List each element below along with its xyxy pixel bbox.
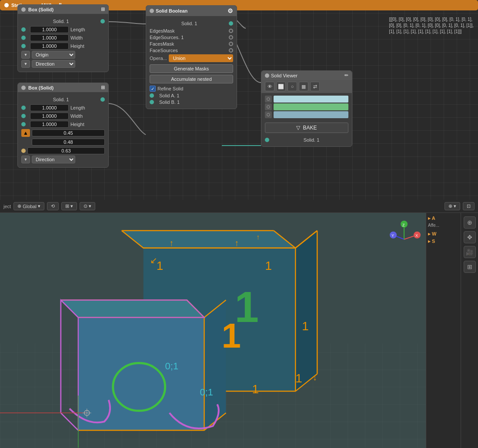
grid-tool[interactable]: ⊞ (464, 261, 476, 273)
small-box-corner2 (204, 300, 226, 318)
solid-viewer-row3: ⬡ (265, 111, 348, 118)
overlay-button[interactable]: ⊕ ▾ (445, 202, 460, 210)
solid-boolean-solid-a-row: Solid A. 1 (150, 93, 233, 98)
box-node-1-length-label: Length (70, 27, 105, 32)
box-node-1-direction-select[interactable]: Direction (32, 60, 75, 68)
transform-arrow: ▾ (70, 203, 73, 209)
box-node-1-direction-arrow[interactable]: ▼ (21, 60, 30, 68)
box-node-1-width-input[interactable] (30, 34, 69, 41)
box-node-1-icon[interactable]: ⊞ (101, 7, 105, 12)
box-node-1-height-socket[interactable] (21, 44, 26, 48)
orange-1-bottom-right: 1 (295, 372, 302, 385)
snap-button[interactable]: ⟲ (47, 202, 59, 210)
overlay-arrow: ▾ (454, 203, 456, 209)
viewer-grid-icon[interactable]: ▦ (299, 82, 308, 91)
large-box-corner1 (274, 231, 295, 248)
box-node-2-height-row: Height (21, 121, 105, 128)
box-node-1-origin-select[interactable]: Origin (32, 51, 75, 59)
solid-boolean-solid-a-socket[interactable] (150, 93, 154, 98)
box-node-1-solid-socket[interactable] (100, 19, 105, 23)
camera-tool[interactable]: 🎥 (464, 246, 476, 258)
viewer-row1-icon: ⬡ (265, 96, 272, 103)
generate-masks-button[interactable]: Generate Masks (150, 64, 233, 73)
box-node-2-length-socket[interactable] (21, 106, 26, 110)
box-node-2-direction-select[interactable]: Direction (32, 156, 75, 163)
viewer-cube-icon[interactable]: ⬜ (276, 82, 286, 91)
bake-label: BAKE (303, 125, 317, 131)
solid-boolean-refine-checkbox[interactable]: ✓ (150, 86, 156, 92)
svg-point-9 (84, 410, 90, 415)
box-node-1-origin-row: ▼ Origin (21, 51, 105, 59)
box-node-2-width-input[interactable] (30, 113, 69, 119)
solid-boolean-body: Solid. 1 EdgesMask EdgeSources. 1 FacesM… (146, 16, 237, 109)
pivot-button[interactable]: ⊙ ▾ (80, 202, 95, 210)
solid-boolean-op-select[interactable]: Union Intersect Subtract (169, 54, 233, 62)
solid-boolean-edge-sources-socket[interactable] (229, 35, 233, 40)
solid-boolean-face-sources-socket[interactable] (229, 48, 233, 53)
box-node-1-length-socket[interactable] (21, 27, 26, 32)
box-node-1-body: Solid. 1 Length Width Height ▼ (18, 14, 108, 72)
object-mode-label: ject (3, 204, 11, 209)
output-text-content: [[[0], [0], [0], [0], [0], [0], [0], [0]… (389, 17, 474, 34)
edit-icon[interactable]: ✏ (344, 73, 348, 78)
box-node-2-solid-socket[interactable] (100, 97, 105, 102)
box-node-2-direction-arrow[interactable]: ▼ (21, 156, 30, 163)
small-box-top (61, 300, 204, 318)
orange-arrow-1: ↑ (170, 238, 174, 248)
box-node-2-icon[interactable]: ⊞ (101, 85, 105, 90)
viewer-share-icon[interactable]: ⇄ (310, 82, 320, 91)
solid-boolean-faces-mask-socket[interactable] (229, 42, 233, 46)
solid-boolean-out-socket[interactable] (229, 21, 233, 26)
global-arrow: ▾ (38, 203, 40, 209)
green-circle (113, 363, 165, 411)
box-node-2-val1-input[interactable] (32, 129, 105, 136)
panel-section-w: ▸ W (428, 231, 459, 237)
orange-1-right: 1 (302, 320, 309, 333)
accumulate-nested-button[interactable]: Accumulate nested (150, 75, 233, 83)
large-box-corner2 (295, 231, 317, 248)
solid-boolean-face-sources-row: FaceSources (150, 48, 233, 53)
stethoscope-socket[interactable] (4, 3, 9, 7)
box-node-1-origin-arrow[interactable]: ▼ (21, 51, 30, 59)
cyan-text-1: 0;1 (165, 361, 179, 372)
left-box-purple-top (61, 300, 204, 318)
box-node-2-width-row: Width (21, 113, 105, 119)
solid-boolean-edges-mask-row: EdgesMask (150, 28, 233, 33)
viewer-sphere-icon[interactable]: ○ (287, 82, 297, 91)
box-node-2-val3-socket[interactable] (21, 149, 26, 153)
solid-boolean-solid-b-row: Solid B. 1 (150, 100, 233, 105)
box-node-2-width-socket[interactable] (21, 114, 26, 118)
svg-point-4 (390, 232, 397, 239)
box-node-1: Box (Solid) ⊞ Solid. 1 Length Width Heig (17, 4, 109, 72)
solid-boolean-edges-mask-socket[interactable] (229, 29, 233, 33)
move-tool[interactable]: ✥ (464, 231, 476, 243)
transform-tool[interactable]: ⊕ (464, 216, 476, 229)
solid-boolean-solid-row: Solid. 1 (150, 20, 233, 27)
box-node-1-height-input[interactable] (30, 43, 69, 50)
box-node-2-height-input[interactable] (30, 121, 69, 128)
box-node-2-height-label: Height (70, 122, 105, 127)
box-node-1-height-row: Height (21, 43, 105, 50)
viewer-eye-icon[interactable]: 👁 (265, 82, 274, 91)
cyan-text-2: 0;1 (200, 387, 214, 398)
small-box-right (204, 300, 226, 431)
box-node-1-length-row: Length (21, 26, 105, 33)
box-node-2-val2-input[interactable] (32, 139, 105, 146)
box-node-2-height-socket[interactable] (21, 122, 26, 126)
solid-boolean-solid-b-socket[interactable] (150, 100, 154, 104)
box-node-2-val3-input[interactable] (27, 147, 105, 154)
transform-button[interactable]: ⊞ ▾ (61, 202, 77, 210)
solid-boolean-edge-sources-row: EdgeSources. 1 (150, 35, 233, 40)
large-box-bottom (144, 374, 318, 391)
box-node-2-length-input[interactable] (30, 104, 69, 111)
nav-gizmo[interactable]: X Y Z (390, 221, 421, 239)
viewport-shading-button[interactable]: ⊡ (463, 202, 475, 210)
solid-boolean-refine-label: Refine Solid (157, 86, 183, 91)
box-node-1-length-input[interactable] (30, 26, 69, 33)
global-button[interactable]: ⊕ Global ▾ (13, 202, 44, 210)
bake-button[interactable]: ▽ BAKE (265, 123, 348, 133)
box-node-1-title: Box (Solid) (28, 7, 53, 12)
box-node-1-width-socket[interactable] (21, 36, 26, 40)
solid-boolean-icon[interactable]: ⚙ (227, 7, 233, 14)
solid-viewer-solid-socket[interactable] (265, 138, 269, 142)
